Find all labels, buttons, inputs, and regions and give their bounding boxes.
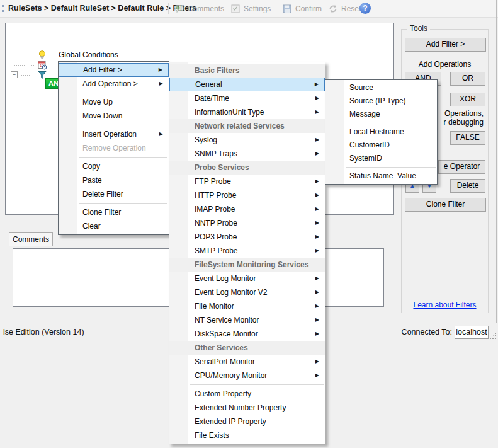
- menu-item-remove-operation[interactable]: Remove Operation: [59, 141, 169, 155]
- menu-item-move-down[interactable]: Move Down: [59, 109, 169, 123]
- window-right-edge: [496, 0, 497, 341]
- or-operation-button[interactable]: OR: [450, 72, 485, 86]
- menu-item-move-up[interactable]: Move Up: [59, 95, 169, 109]
- submenu-arrow-icon: ▶: [315, 313, 319, 327]
- clone-filter-button[interactable]: Clone Filter: [405, 198, 486, 212]
- menu-item-cpu-memory-monitor[interactable]: CPU/Memory Monitor▶: [169, 369, 325, 382]
- menu-separator: [190, 384, 324, 385]
- submenu-arrow-icon: ▶: [315, 188, 319, 202]
- submenu-arrow-icon: ▶: [159, 77, 163, 91]
- menu-item-pop3-probe[interactable]: POP3 Probe▶: [169, 230, 325, 244]
- menu-item-file-monitor[interactable]: File Monitor▶: [169, 299, 325, 313]
- menu-item-nntp-probe[interactable]: NNTP Probe▶: [169, 216, 325, 230]
- submenu-arrow-icon: ▶: [315, 105, 319, 119]
- menu-header-other-services: Other Services: [169, 341, 325, 355]
- submenu-arrow-icon: ▶: [315, 230, 319, 244]
- menu-item-http-probe[interactable]: HTTP Probe▶: [169, 188, 325, 202]
- submenu-arrow-icon: ▶: [315, 147, 319, 161]
- menu-item-event-log-monitor[interactable]: Event Log Monitor▶: [169, 272, 325, 285]
- settings-checklist-icon: [230, 4, 241, 14]
- menu-item-extended-ip-property[interactable]: Extended IP Property: [169, 415, 325, 428]
- confirm-button-label: Confirm: [295, 4, 322, 13]
- learn-about-filters-link[interactable]: Learn about Filters: [413, 301, 476, 309]
- menu-header-probe-services: Probe Services: [169, 161, 325, 175]
- menu-item-local-hostname[interactable]: Local Hostname: [325, 125, 437, 139]
- comments-button[interactable]: Comments: [174, 3, 224, 14]
- menu-item-nt-service-monitor[interactable]: NT Service Monitor▶: [169, 313, 325, 327]
- menu-item-imap-probe[interactable]: IMAP Probe▶: [169, 202, 325, 216]
- tree-item-global-conditions[interactable]: Global Conditions: [6, 50, 393, 60]
- menu-item-source[interactable]: Source: [325, 81, 437, 95]
- menu-separator: [79, 203, 167, 204]
- resize-grip[interactable]: [489, 332, 497, 340]
- submenu-arrow-icon: ▶: [315, 299, 319, 313]
- submenu-arrow-icon: ▶: [159, 127, 163, 141]
- submenu-arrow-icon: ▶: [315, 133, 319, 147]
- save-disk-icon: [282, 4, 292, 14]
- toolbar-separator: [168, 3, 169, 14]
- menu-item-extended-number-property[interactable]: Extended Number Property: [169, 401, 325, 415]
- menu-separator: [79, 125, 167, 125]
- tab-comments[interactable]: Comments: [9, 232, 53, 246]
- menu-item-clone-filter[interactable]: Clone Filter: [59, 205, 169, 219]
- menu-item-add-filter[interactable]: Add Filter >▶: [59, 63, 169, 77]
- connected-host-value: localhost: [455, 326, 489, 339]
- confirm-button[interactable]: Confirm: [282, 3, 322, 14]
- reset-button[interactable]: Reset: [328, 3, 361, 14]
- toolbar-separator: [276, 3, 276, 14]
- menu-item-general[interactable]: General▶: [169, 78, 325, 91]
- settings-button[interactable]: Settings: [230, 3, 271, 14]
- menu-header-basic-filters: Basic Filters: [169, 64, 325, 78]
- menu-item-insert-operation[interactable]: Insert Operation▶: [59, 127, 169, 141]
- menu-item-serialport-monitor[interactable]: SerialPort Monitor▶: [169, 355, 325, 369]
- menu-item-event-log-monitor-v2[interactable]: Event Log Monitor V2▶: [169, 285, 325, 299]
- menu-item-syslog[interactable]: Syslog▶: [169, 133, 325, 147]
- submenu-arrow-icon: ▶: [315, 327, 319, 341]
- xor-operation-button[interactable]: XOR: [450, 93, 485, 106]
- submenu-arrow-icon: ▶: [159, 64, 162, 76]
- menu-item-add-operation[interactable]: Add Operation >▶: [59, 77, 169, 91]
- help-button[interactable]: ?: [359, 3, 371, 14]
- menu-item-status-name-value[interactable]: Status Name Value: [325, 169, 437, 183]
- comments-button-label: Comments: [188, 4, 224, 13]
- operations-note: Operations, r debugging: [444, 109, 484, 127]
- false-operation-button[interactable]: FALSE: [450, 131, 485, 145]
- menu-item-file-exists[interactable]: File Exists: [169, 428, 325, 442]
- menu-item-systemid[interactable]: SystemID: [325, 152, 437, 165]
- reset-arrows-icon: [328, 4, 338, 14]
- menu-header-filesystem-monitoring-services: FileSystem Monitoring Services: [169, 258, 325, 272]
- tree-connector-line: [14, 84, 43, 84]
- menu-item-clear[interactable]: Clear: [59, 219, 169, 233]
- add-filter-button[interactable]: Add Filter >: [405, 38, 486, 52]
- menu-item-delete-filter[interactable]: Delete Filter: [59, 187, 169, 201]
- menu-item-diskspace-monitor[interactable]: DiskSpace Monitor▶: [169, 327, 325, 341]
- menu-item-snmp-traps[interactable]: SNMP Traps▶: [169, 147, 325, 161]
- menu-item-copy[interactable]: Copy: [59, 159, 169, 173]
- menu-item-ftp-probe[interactable]: FTP Probe▶: [169, 175, 325, 188]
- menu-item-custom-property[interactable]: Custom Property: [169, 387, 325, 401]
- change-operator-button[interactable]: e Operator: [438, 160, 485, 174]
- menu-separator: [79, 157, 167, 158]
- menu-item-source-ip-type[interactable]: Source (IP Type): [325, 95, 437, 108]
- tree-expander-minus[interactable]: −: [11, 71, 18, 78]
- edition-status-text: ise Edition (Version 14): [1, 325, 147, 341]
- submenu-arrow-icon: ▶: [315, 272, 319, 285]
- menu-item-paste[interactable]: Paste: [59, 173, 169, 187]
- settings-button-label: Settings: [244, 4, 271, 13]
- menu-item-date-time[interactable]: Date/Time▶: [169, 91, 325, 105]
- menu-item-message[interactable]: Message: [325, 108, 437, 121]
- delete-button[interactable]: Delete: [450, 179, 485, 193]
- submenu-arrow-icon: ▶: [315, 91, 319, 105]
- submenu-arrow-icon: ▶: [315, 175, 319, 188]
- menu-separator: [79, 93, 167, 93]
- tab-comments-label: Comments: [13, 235, 49, 244]
- submenu-arrow-icon: ▶: [315, 78, 319, 91]
- tools-panel-title: Tools: [407, 24, 430, 33]
- menu-item-smtp-probe[interactable]: SMTP Probe▶: [169, 244, 325, 258]
- menu-separator: [346, 123, 436, 123]
- menu-item-informationunit-type[interactable]: InformationUnit Type▶: [169, 105, 325, 119]
- menu-item-customerid[interactable]: CustomerID: [325, 139, 437, 152]
- add-operations-label: Add Operations: [402, 60, 488, 69]
- toolbar-gripper[interactable]: [2, 3, 4, 14]
- context-menu: Add Filter >▶ Add Operation >▶ Move Up M…: [58, 61, 169, 235]
